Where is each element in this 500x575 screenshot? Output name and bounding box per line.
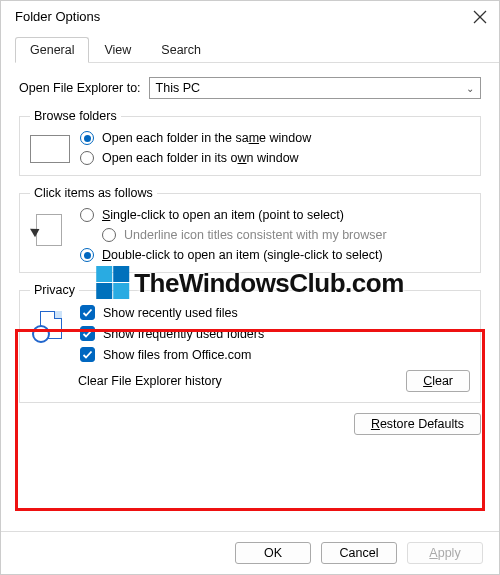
clear-button[interactable]: Clear bbox=[406, 370, 470, 392]
radio-single-click[interactable] bbox=[80, 208, 94, 222]
click-items-legend: Click items as follows bbox=[30, 186, 157, 200]
label-own-window: Open each folder in its own window bbox=[102, 151, 299, 165]
tab-general[interactable]: General bbox=[15, 37, 89, 63]
tab-view[interactable]: View bbox=[89, 37, 146, 63]
click-items-group: Click items as follows Single-click to o… bbox=[19, 186, 481, 273]
tab-search[interactable]: Search bbox=[146, 37, 216, 63]
check-office-files[interactable] bbox=[80, 347, 95, 362]
label-recent-files: Show recently used files bbox=[103, 306, 238, 320]
check-recent-files[interactable] bbox=[80, 305, 95, 320]
radio-underline bbox=[102, 228, 116, 242]
label-underline: Underline icon titles consistent with my… bbox=[124, 228, 387, 242]
open-explorer-label: Open File Explorer to: bbox=[19, 81, 141, 95]
browse-folders-legend: Browse folders bbox=[30, 109, 121, 123]
folder-options-window: Folder Options General View Search Open … bbox=[0, 0, 500, 575]
privacy-legend: Privacy bbox=[30, 283, 79, 297]
open-explorer-row: Open File Explorer to: This PC ⌄ bbox=[19, 77, 481, 99]
cancel-button[interactable]: Cancel bbox=[321, 542, 397, 564]
radio-same-window[interactable] bbox=[80, 131, 94, 145]
label-single-click: Single-click to open an item (point to s… bbox=[102, 208, 344, 222]
dialog-buttons: OK Cancel Apply bbox=[1, 531, 499, 574]
general-pane: Open File Explorer to: This PC ⌄ Browse … bbox=[1, 63, 499, 443]
apply-button: Apply bbox=[407, 542, 483, 564]
clear-history-label: Clear File Explorer history bbox=[78, 374, 222, 388]
history-icon bbox=[30, 309, 70, 349]
radio-own-window[interactable] bbox=[80, 151, 94, 165]
tabstrip: General View Search bbox=[15, 36, 499, 63]
window-title: Folder Options bbox=[15, 9, 100, 24]
privacy-group: Privacy Show recently used files Show fr… bbox=[19, 283, 481, 403]
ok-button[interactable]: OK bbox=[235, 542, 311, 564]
open-explorer-combo[interactable]: This PC ⌄ bbox=[149, 77, 481, 99]
radio-double-click[interactable] bbox=[80, 248, 94, 262]
label-office-files: Show files from Office.com bbox=[103, 348, 251, 362]
label-same-window: Open each folder in the same window bbox=[102, 131, 311, 145]
restore-defaults-button[interactable]: Restore Defaults bbox=[354, 413, 481, 435]
check-frequent-folders[interactable] bbox=[80, 326, 95, 341]
chevron-down-icon: ⌄ bbox=[466, 83, 474, 94]
browse-folders-group: Browse folders Open each folder in the s… bbox=[19, 109, 481, 176]
click-icon bbox=[30, 212, 70, 252]
titlebar: Folder Options bbox=[1, 1, 499, 28]
label-double-click: Double-click to open an item (single-cli… bbox=[102, 248, 383, 262]
open-explorer-value: This PC bbox=[156, 81, 200, 95]
folder-icon bbox=[30, 135, 70, 163]
close-icon[interactable] bbox=[473, 10, 487, 24]
label-frequent-folders: Show frequently used folders bbox=[103, 327, 264, 341]
